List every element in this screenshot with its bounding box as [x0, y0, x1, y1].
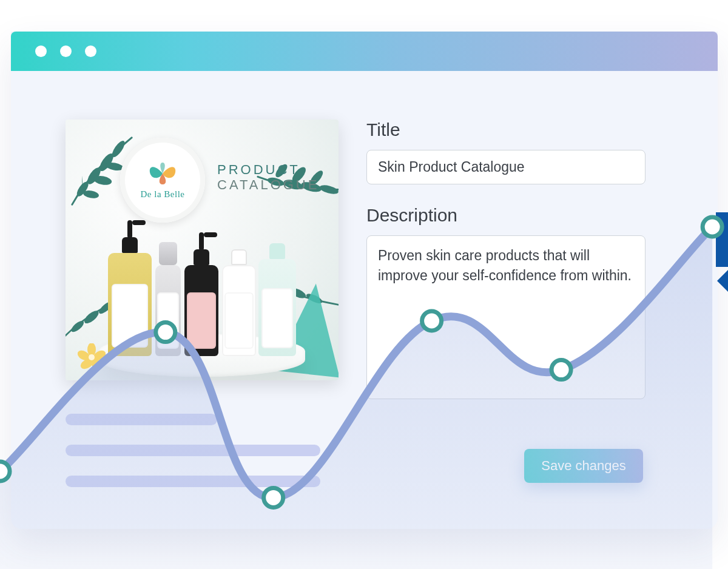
bottle-icon [222, 265, 256, 356]
brand-name: De la Belle [141, 189, 185, 200]
svg-point-25 [89, 354, 95, 360]
product-bottles [108, 229, 296, 356]
left-column: De la Belle PRODUCT CATALOGUE [66, 120, 339, 505]
bottle-icon [155, 265, 181, 356]
bottle-icon [108, 253, 152, 356]
catalogue-label: PRODUCT CATALOGUE [217, 162, 319, 193]
title-label: Title [366, 120, 681, 140]
placeholder-lines [66, 414, 339, 487]
window-dot [35, 45, 47, 57]
placeholder-line [66, 445, 320, 456]
placeholder-line [66, 476, 320, 487]
content-area: De la Belle PRODUCT CATALOGUE [11, 71, 718, 529]
save-changes-button[interactable]: Save changes [524, 449, 643, 483]
form-panel: Title Description Proven skin care produ… [366, 120, 681, 505]
svg-point-20 [87, 343, 96, 356]
bottle-icon [258, 259, 296, 356]
svg-point-3 [110, 139, 127, 159]
chart-point [0, 462, 10, 481]
catalogue-label-line1: PRODUCT [217, 162, 319, 177]
product-catalogue-image: De la Belle PRODUCT CATALOGUE [66, 120, 339, 380]
brand-badge: De la Belle [120, 138, 205, 223]
description-label: Description [366, 205, 681, 226]
stage: De la Belle PRODUCT CATALOGUE [0, 0, 728, 569]
bottle-icon [184, 265, 218, 356]
edge-arrow-icon [717, 270, 728, 292]
brand-logo-icon [146, 161, 179, 186]
placeholder-line [66, 414, 217, 425]
svg-point-10 [318, 184, 339, 196]
window-dot [60, 45, 72, 57]
window-dot [85, 45, 96, 57]
edge-decoration [716, 212, 728, 267]
browser-topbar [11, 32, 718, 71]
catalogue-label-line2: CATALOGUE [217, 177, 319, 192]
flower-icon [78, 343, 106, 371]
title-input[interactable] [366, 150, 645, 184]
description-textarea[interactable]: Proven skin care products that will impr… [366, 235, 645, 399]
